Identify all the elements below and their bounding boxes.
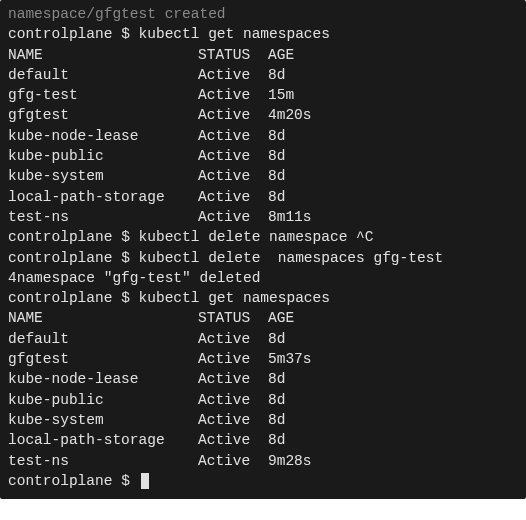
cell-age: 8m11s <box>268 207 312 227</box>
cell-status: Active <box>198 349 268 369</box>
prompt-line-4: controlplane $ kubectl get namespaces <box>8 288 518 308</box>
prompt-symbol: $ <box>121 229 130 245</box>
header-name: NAME <box>8 45 198 65</box>
cell-name: default <box>8 65 198 85</box>
cell-age: 8d <box>268 329 285 349</box>
command-text: kubectl delete namespaces gfg-test <box>139 250 444 266</box>
table-row: defaultActive8d <box>8 65 518 85</box>
table-header: NAMESTATUSAGE <box>8 45 518 65</box>
cell-name: test-ns <box>8 451 198 471</box>
cell-status: Active <box>198 207 268 227</box>
cell-age: 5m37s <box>268 349 312 369</box>
command-text: kubectl get namespaces <box>139 290 330 306</box>
table-row: test-nsActive9m28s <box>8 451 518 471</box>
prompt-host: controlplane <box>8 229 112 245</box>
cell-status: Active <box>198 451 268 471</box>
prompt-symbol: $ <box>121 250 130 266</box>
cell-age: 8d <box>268 126 285 146</box>
prompt-host: controlplane <box>8 250 112 266</box>
table-row: gfg-testActive15m <box>8 85 518 105</box>
cell-age: 8d <box>268 65 285 85</box>
delete-output: 4namespace "gfg-test" deleted <box>8 268 518 288</box>
table-row: kube-node-leaseActive8d <box>8 126 518 146</box>
prompt-host: controlplane <box>8 473 112 489</box>
table-row: local-path-storageActive8d <box>8 187 518 207</box>
cell-age: 4m20s <box>268 105 312 125</box>
cell-name: gfgtest <box>8 349 198 369</box>
table-row: kube-systemActive8d <box>8 166 518 186</box>
table-row: defaultActive8d <box>8 329 518 349</box>
cell-name: gfgtest <box>8 105 198 125</box>
prompt-symbol: $ <box>121 26 130 42</box>
table2-body: defaultActive8dgfgtestActive5m37skube-no… <box>8 329 518 471</box>
prompt-line-3: controlplane $ kubectl delete namespaces… <box>8 248 518 268</box>
table1-body: defaultActive8dgfg-testActive15mgfgtestA… <box>8 65 518 227</box>
cell-name: default <box>8 329 198 349</box>
cell-name: kube-public <box>8 390 198 410</box>
cell-status: Active <box>198 85 268 105</box>
cell-name: gfg-test <box>8 85 198 105</box>
cell-status: Active <box>198 65 268 85</box>
cell-name: kube-node-lease <box>8 126 198 146</box>
cell-age: 8d <box>268 410 285 430</box>
cell-status: Active <box>198 187 268 207</box>
command-text: kubectl get namespaces <box>139 26 330 42</box>
cell-name: local-path-storage <box>8 430 198 450</box>
cell-age: 15m <box>268 85 294 105</box>
cell-age: 8d <box>268 166 285 186</box>
cell-status: Active <box>198 166 268 186</box>
cell-status: Active <box>198 146 268 166</box>
prev-output-faded: namespace/gfgtest created <box>8 4 518 24</box>
prompt-host: controlplane <box>8 26 112 42</box>
prompt-line-1: controlplane $ kubectl get namespaces <box>8 24 518 44</box>
table-row: kube-publicActive8d <box>8 390 518 410</box>
cell-status: Active <box>198 329 268 349</box>
prompt-symbol: $ <box>121 290 130 306</box>
cell-name: local-path-storage <box>8 187 198 207</box>
cell-age: 8d <box>268 146 285 166</box>
table-row: kube-systemActive8d <box>8 410 518 430</box>
table-row: kube-node-leaseActive8d <box>8 369 518 389</box>
cell-age: 8d <box>268 187 285 207</box>
prompt-line-2: controlplane $ kubectl delete namespace … <box>8 227 518 247</box>
cell-status: Active <box>198 430 268 450</box>
cell-name: kube-system <box>8 410 198 430</box>
cell-status: Active <box>198 410 268 430</box>
table-header: NAMESTATUSAGE <box>8 308 518 328</box>
header-status: STATUS <box>198 45 268 65</box>
prompt-host: controlplane <box>8 290 112 306</box>
cell-name: test-ns <box>8 207 198 227</box>
header-age: AGE <box>268 45 294 65</box>
cell-name: kube-public <box>8 146 198 166</box>
prompt-symbol: $ <box>121 473 130 489</box>
cell-status: Active <box>198 390 268 410</box>
table-row: kube-publicActive8d <box>8 146 518 166</box>
cell-age: 8d <box>268 390 285 410</box>
cell-age: 8d <box>268 369 285 389</box>
cell-status: Active <box>198 369 268 389</box>
cell-status: Active <box>198 126 268 146</box>
header-name: NAME <box>8 308 198 328</box>
table-row: gfgtestActive5m37s <box>8 349 518 369</box>
cell-status: Active <box>198 105 268 125</box>
cursor <box>141 473 149 489</box>
table-row: gfgtestActive4m20s <box>8 105 518 125</box>
table-row: test-nsActive8m11s <box>8 207 518 227</box>
cell-name: kube-node-lease <box>8 369 198 389</box>
cell-name: kube-system <box>8 166 198 186</box>
terminal-window[interactable]: namespace/gfgtest created controlplane $… <box>0 0 526 499</box>
table-row: local-path-storageActive8d <box>8 430 518 450</box>
cell-age: 9m28s <box>268 451 312 471</box>
prompt-line-5: controlplane $ <box>8 471 518 491</box>
header-status: STATUS <box>198 308 268 328</box>
cell-age: 8d <box>268 430 285 450</box>
command-text: kubectl delete namespace ^C <box>139 229 374 245</box>
header-age: AGE <box>268 308 294 328</box>
